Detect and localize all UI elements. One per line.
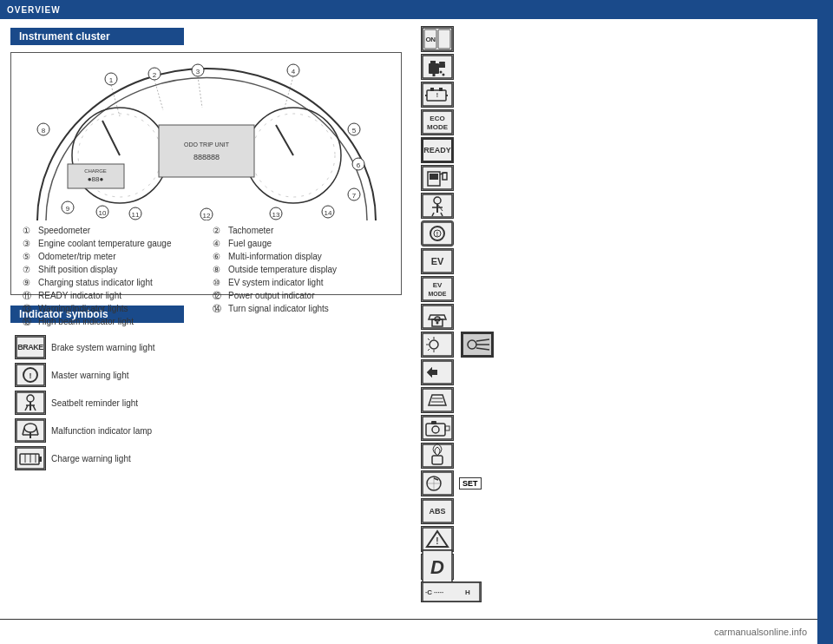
svg-point-78 — [440, 71, 443, 74]
row-oil — [421, 54, 809, 80]
temp-gauge-icon: ·C ····· H — [421, 582, 482, 602]
legend-item-12: ⑫ Power output indicator — [213, 290, 394, 301]
row-ev: EV — [421, 248, 809, 274]
tpms-icon: ! — [421, 220, 454, 246]
svg-rect-82 — [430, 88, 434, 91]
svg-rect-140 — [431, 421, 436, 424]
svg-rect-83 — [439, 88, 443, 91]
radar-icon — [421, 443, 454, 469]
legend-item-11: ⑪ READY indicator light — [23, 290, 204, 301]
svg-text:MODE: MODE — [429, 291, 447, 297]
indicator-charge: Charge warning light — [15, 446, 402, 470]
service-icon: ! — [421, 82, 454, 108]
row-abs: ABS — [421, 498, 809, 524]
warning-triangle-icon: ! — [421, 526, 454, 552]
svg-text:12: 12 — [202, 212, 210, 220]
door-icon — [421, 193, 454, 219]
abs-icon: ABS — [421, 498, 454, 524]
right-icon-grid: ON — [421, 26, 809, 602]
indicator-master-warn: ! Master warning light — [15, 363, 402, 387]
svg-rect-76 — [439, 62, 445, 64]
right-border-strip — [817, 0, 833, 644]
svg-text:MODE: MODE — [427, 123, 449, 131]
indicator-symbols-section: Indicator symbols BRAKE Brake system war… — [10, 306, 402, 470]
legend-item-7: ⑦ Shift position display — [23, 264, 204, 275]
svg-text:2: 2 — [152, 71, 156, 79]
row-ready: READY — [421, 137, 809, 163]
row-set: SET — [421, 470, 809, 496]
seatbelt-label: Seatbelt reminder light — [51, 398, 138, 408]
lock-icon — [421, 304, 454, 330]
brake-label: Brake system warning light — [51, 343, 155, 352]
svg-text:·····: ····· — [434, 588, 443, 596]
svg-text:7: 7 — [351, 192, 356, 200]
turn-arrows-icon — [421, 359, 454, 385]
brake-icon: BRAKE — [15, 335, 46, 359]
indicator-seatbelt: Seatbelt reminder light — [15, 391, 402, 415]
malfunction-label: Malfunction indicator lamp — [51, 426, 152, 436]
indicator-grid: BRAKE Brake system warning light ! M — [10, 335, 402, 470]
svg-text:3: 3 — [195, 68, 200, 76]
svg-text:6: 6 — [356, 161, 360, 169]
eco-mode-icon: ECO MODE — [421, 109, 454, 135]
row-eco: ECO MODE — [421, 109, 809, 135]
svg-text:H: H — [465, 588, 470, 596]
svg-rect-74 — [429, 63, 439, 74]
legend-item-3: ③ Engine coolant temperature gauge — [23, 238, 204, 249]
svg-text:CHARGE: CHARGE — [84, 168, 107, 174]
legend-item-14: ⑭ Turn signal indicator lights — [213, 303, 394, 314]
svg-text:READY: READY — [423, 146, 451, 154]
master-warn-icon: ! — [15, 363, 46, 387]
cluster-diagram-box: ODO TRIP UNIT 888888 CHARGE ●88● 1 2 — [10, 52, 402, 295]
instrument-cluster-title: Instrument cluster — [10, 28, 184, 45]
row-service: ! — [421, 82, 809, 108]
svg-text:D: D — [430, 556, 444, 578]
svg-text:ON: ON — [426, 36, 436, 43]
legend-item-8: ⑧ Outside temperature display — [213, 264, 394, 275]
set-label: SET — [459, 477, 482, 490]
row-tpms: ! — [421, 220, 809, 246]
svg-text:EV: EV — [433, 281, 443, 289]
svg-rect-94 — [430, 174, 438, 180]
svg-text:ABS: ABS — [429, 507, 445, 516]
camera-icon — [421, 415, 454, 441]
svg-text:14: 14 — [324, 209, 331, 217]
svg-text:13: 13 — [272, 211, 279, 219]
svg-text:·C: ·C — [425, 588, 432, 596]
svg-text:!: ! — [30, 371, 32, 380]
indicator-brake: BRAKE Brake system warning light — [15, 335, 402, 359]
vsc-icon: D — [421, 554, 454, 580]
svg-text:888888: 888888 — [193, 153, 219, 161]
svg-rect-72 — [438, 30, 450, 49]
svg-text:11: 11 — [131, 211, 139, 219]
on-icon: ON — [421, 26, 454, 52]
right-panel: ON — [412, 19, 817, 618]
row-turn-arrows — [421, 359, 809, 385]
headlight-icon — [421, 332, 454, 358]
row-door — [421, 193, 809, 219]
seatbelt-icon — [15, 391, 46, 415]
svg-text:ECO: ECO — [430, 115, 444, 122]
row-warning: ! — [421, 526, 809, 552]
legend-item-4: ④ Fuel gauge — [213, 238, 394, 249]
svg-text:ODO TRIP UNIT: ODO TRIP UNIT — [184, 141, 230, 148]
indicator-malfunction: Malfunction indicator lamp — [15, 418, 402, 443]
bottom-divider — [0, 619, 817, 620]
svg-rect-133 — [423, 389, 452, 411]
row-fuel — [421, 165, 809, 191]
master-warn-label: Master warning light — [51, 371, 128, 380]
legend-item-10: ⑩ EV system indicator light — [213, 277, 394, 288]
row-camera — [421, 415, 809, 441]
legend-item-5: ⑤ Odometer/trip meter — [23, 251, 204, 262]
svg-rect-75 — [430, 61, 436, 64]
ev-mode-icon: EV MODE — [421, 276, 454, 302]
main-content: Instrument cluster — [0, 19, 817, 618]
watermark: carmanualsonline.info — [714, 627, 807, 637]
row-temp-gauge: ·C ····· H — [421, 582, 809, 602]
svg-text:9: 9 — [65, 205, 69, 213]
svg-text:!: ! — [436, 231, 438, 237]
svg-point-79 — [443, 74, 445, 76]
svg-text:1: 1 — [108, 76, 113, 84]
cluster-legend: ① Speedometer ② Tachometer ③ Engine cool… — [18, 225, 394, 329]
svg-text:BRAKE: BRAKE — [17, 343, 43, 352]
